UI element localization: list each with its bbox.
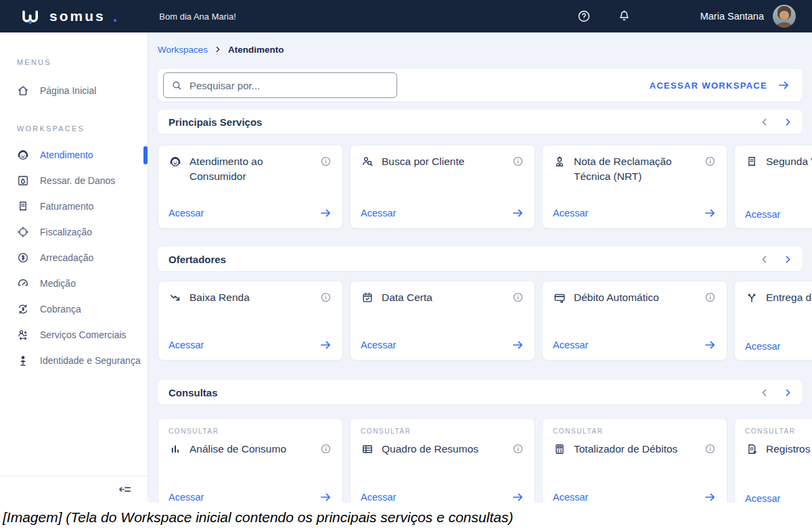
credit-card-icon <box>553 291 566 304</box>
collapse-sidebar-icon[interactable] <box>117 482 133 497</box>
carousel-prev-icon[interactable] <box>759 117 769 127</box>
somus-logo[interactable]: somus . <box>20 7 117 26</box>
calculator-icon <box>553 442 566 456</box>
info-icon[interactable] <box>319 155 332 168</box>
access-link[interactable]: Acessar <box>361 208 396 218</box>
access-link[interactable]: Acessar <box>553 492 588 503</box>
sidebar-item-label: Faturamento <box>40 201 93 212</box>
access-link[interactable]: Acessar <box>745 493 780 503</box>
card-entrega-de-contas[interactable]: Entrega de Contas Acessar <box>734 281 812 361</box>
info-icon[interactable] <box>704 442 717 455</box>
greeting-text: Bom dia Ana Maria! <box>159 11 235 22</box>
user-menu[interactable]: Maria Santana <box>700 5 796 28</box>
card-eyebrow: CONSULTAR <box>745 428 812 435</box>
sidebar-item-cobranca[interactable]: Cobrança <box>0 296 148 322</box>
arrow-right-icon[interactable] <box>703 206 717 220</box>
access-link[interactable]: Acessar <box>745 341 780 352</box>
carousel-prev-icon[interactable] <box>759 388 769 398</box>
info-icon[interactable] <box>512 155 524 168</box>
person-search-icon <box>361 155 374 168</box>
main-content: Workspaces Atendimento ACESSAR WORKSP <box>148 32 812 503</box>
access-link[interactable]: Acessar <box>168 492 204 503</box>
notifications-bell-icon[interactable] <box>617 9 631 24</box>
arrow-right-icon[interactable] <box>703 490 717 503</box>
arrow-right-icon[interactable] <box>511 338 524 352</box>
search-icon <box>171 80 183 91</box>
section-header-ofertadores: Ofertadores <box>158 247 803 271</box>
sidebar-section-workspaces: WORKSPACES <box>0 124 148 133</box>
sidebar-item-label: Medição <box>40 278 76 289</box>
app-window: somus . Bom dia Ana Maria! <box>0 0 812 503</box>
sidebar-item-ressar-de-danos[interactable]: Ressar. de Danos <box>0 168 148 193</box>
card-title: Busca por Cliente <box>382 154 504 169</box>
info-icon[interactable] <box>704 291 717 304</box>
card-analise-de-consumo[interactable]: CONSULTAR Análise de Consumo <box>158 418 343 503</box>
arrow-right-icon[interactable] <box>319 490 332 503</box>
breadcrumb-workspaces-link[interactable]: Workspaces <box>158 45 208 55</box>
carousel-next-icon[interactable] <box>783 254 793 264</box>
access-workspace-label: ACESSAR WORKSPACE <box>650 80 767 91</box>
carousel-next-icon[interactable] <box>783 388 793 398</box>
card-eyebrow: CONSULTAR <box>361 428 524 435</box>
help-icon[interactable] <box>577 9 591 24</box>
arrow-right-icon[interactable] <box>511 206 524 220</box>
section-title: Consultas <box>168 387 218 398</box>
breadcrumb-current: Atendimento <box>228 45 284 55</box>
sidebar-item-arrecadacao[interactable]: Arrecadação <box>0 245 148 271</box>
card-title: Nota de Reclamação Técnica (NRT) <box>574 154 696 185</box>
access-link[interactable]: Acessar <box>553 340 588 350</box>
user-avatar[interactable] <box>773 5 796 28</box>
card-nota-de-reclamacao-tecnica[interactable]: Nota de Reclamação Técnica (NRT) Acessar <box>542 145 727 229</box>
breadcrumb: Workspaces Atendimento <box>158 43 803 55</box>
arrow-right-icon[interactable] <box>511 490 524 503</box>
info-icon[interactable] <box>512 442 524 455</box>
access-link[interactable]: Acessar <box>168 208 204 218</box>
card-debito-automatico[interactable]: Débito Automático Acessar <box>542 281 727 361</box>
sidebar-item-label: Página Inicial <box>40 85 96 96</box>
person-pin-icon <box>16 354 30 367</box>
info-icon[interactable] <box>319 442 332 455</box>
card-busca-por-cliente[interactable]: Busca por Cliente Acessar <box>350 145 535 229</box>
search-input[interactable] <box>163 72 397 98</box>
access-workspace-button[interactable]: ACESSAR WORKSPACE <box>650 78 790 92</box>
card-eyebrow: CONSULTAR <box>168 428 332 435</box>
table-icon <box>361 442 374 456</box>
card-baixa-renda[interactable]: Baixa Renda Acessar <box>158 281 343 361</box>
info-icon[interactable] <box>319 291 332 304</box>
carousel-prev-icon[interactable] <box>759 254 769 264</box>
arrow-right-icon <box>777 78 790 92</box>
sidebar-item-fiscalizacao[interactable]: Fiscalização <box>0 219 148 245</box>
card-title: Data Certa <box>382 290 504 305</box>
arrow-right-icon[interactable] <box>319 206 332 220</box>
access-link[interactable]: Acessar <box>745 209 780 220</box>
access-link[interactable]: Acessar <box>168 340 204 350</box>
sidebar-item-identidade-e-seguranca[interactable]: Identidade e Segurança <box>0 348 148 373</box>
card-atendimento-ao-consumidor[interactable]: Atendimento ao Consumidor Acessar <box>158 145 343 229</box>
sidebar-item-label: Atendimento <box>40 149 93 160</box>
brand-dot: . <box>113 7 118 26</box>
card-segunda-via[interactable]: Segunda Via Acessar <box>734 145 812 229</box>
carousel-next-icon[interactable] <box>783 117 793 127</box>
info-icon[interactable] <box>704 155 717 168</box>
headset-icon <box>16 148 30 162</box>
sidebar-item-medicao[interactable]: Medição <box>0 271 148 296</box>
access-link[interactable]: Acessar <box>361 340 396 350</box>
sidebar-item-atendimento[interactable]: Atendimento <box>0 142 148 168</box>
sidebar-item-label: Serviços Comerciais <box>40 329 127 340</box>
card-registros[interactable]: CONSULTAR Registros <box>734 418 812 503</box>
arrow-right-icon[interactable] <box>703 338 717 352</box>
trending-down-icon <box>168 291 182 304</box>
card-data-certa[interactable]: Data Certa Acessar <box>350 281 535 361</box>
access-link[interactable]: Acessar <box>361 492 396 503</box>
card-title: Totalizador de Débitos <box>574 442 696 457</box>
sidebar: MENUS Página Inicial WORKSPACES <box>0 32 148 503</box>
headset-icon <box>168 155 182 168</box>
sidebar-item-faturamento[interactable]: Faturamento <box>0 193 148 219</box>
arrow-right-icon[interactable] <box>319 338 332 352</box>
sidebar-item-pagina-inicial[interactable]: Página Inicial <box>0 77 148 104</box>
access-link[interactable]: Acessar <box>553 208 588 218</box>
sidebar-item-servicos-comerciais[interactable]: Serviços Comerciais <box>0 322 148 348</box>
card-quadro-de-resumos[interactable]: CONSULTAR Quadro de Resumos <box>350 418 535 503</box>
info-icon[interactable] <box>512 291 524 304</box>
card-totalizador-de-debitos[interactable]: CONSULTAR Totalizador de Débitos <box>542 418 727 503</box>
